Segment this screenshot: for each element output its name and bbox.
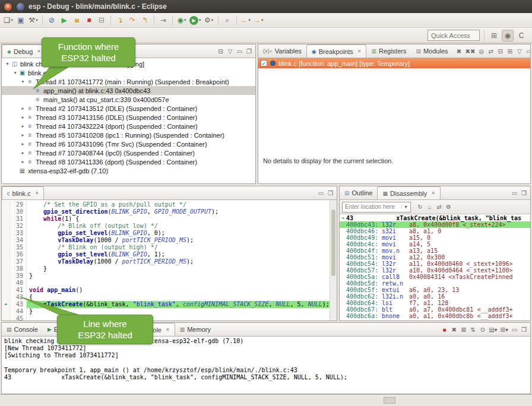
build-button[interactable]: ⚒▾ bbox=[27, 14, 39, 26]
code-line[interactable]: 45 bbox=[2, 315, 330, 321]
new-wizard-button[interactable]: ❏▾ bbox=[2, 14, 14, 26]
disassembly-row[interactable]: 400dbc49:movia15, 0 bbox=[340, 234, 530, 241]
chevron-down-icon[interactable]: ▼ bbox=[401, 205, 408, 209]
annotation-ruler[interactable] bbox=[2, 280, 10, 287]
annotation-ruler[interactable] bbox=[2, 215, 10, 223]
tree-twistie-icon[interactable]: ▸ bbox=[20, 150, 26, 156]
step-into-button[interactable]: ↴ bbox=[114, 14, 126, 26]
open-console-icon[interactable]: ⊞▾ bbox=[501, 326, 508, 333]
instruction-stepping-button[interactable]: ⇥ bbox=[157, 14, 169, 26]
refresh-icon[interactable]: ↻ bbox=[417, 204, 423, 210]
code-line[interactable]: 36 gpio_set_level(BLINK_GPIO, 1); bbox=[2, 251, 330, 258]
maximize-icon[interactable]: ❐ bbox=[521, 190, 527, 196]
code-line[interactable]: 42{ bbox=[2, 294, 330, 301]
disassembly-row[interactable]: 400dbc5d:retw.n bbox=[340, 280, 530, 287]
annotation-ruler[interactable] bbox=[2, 237, 10, 244]
terminate-icon[interactable]: ■ bbox=[441, 326, 448, 333]
cpp-perspective-button[interactable]: C bbox=[515, 30, 527, 42]
tab-breakpoints[interactable]: ◉Breakpoints✕ bbox=[306, 45, 367, 58]
code-line[interactable]: 37 vTaskDelay(1000 / portTICK_PERIOD_MS)… bbox=[2, 258, 330, 265]
annotation-ruler[interactable] bbox=[2, 315, 10, 321]
minimize-icon[interactable]: ▭ bbox=[525, 48, 531, 55]
tree-twistie-icon[interactable]: ▾ bbox=[12, 70, 18, 75]
quick-access-input[interactable] bbox=[428, 30, 480, 41]
code-line[interactable]: 40 bbox=[2, 280, 330, 287]
minimize-icon[interactable]: ▭ bbox=[511, 326, 518, 333]
disassembly-row[interactable]: 400dbc62:l32i.na0, a0, 16 bbox=[340, 293, 530, 300]
disassembly-row[interactable]: 400dbc4f:mov.na13, a15 bbox=[340, 248, 530, 254]
tree-twistie-icon[interactable]: ▾ bbox=[4, 61, 11, 66]
save-button[interactable]: ▣ bbox=[15, 14, 27, 26]
debug-tree-item[interactable]: ▸≡Thread #8 1073411336 (dport) (Suspende… bbox=[2, 157, 255, 166]
code-line[interactable]: 41void app_main() bbox=[2, 287, 330, 294]
code-line[interactable]: 33 gpio_set_level(BLINK_GPIO, 0); bbox=[2, 230, 330, 237]
code-line[interactable]: 34 vTaskDelay(1000 / portTICK_PERIOD_MS)… bbox=[2, 237, 330, 244]
tree-twistie-icon[interactable]: ▸ bbox=[20, 132, 26, 138]
tab-disassembly[interactable]: ▦Disassembly✕ bbox=[377, 186, 441, 199]
maximize-icon[interactable]: ❐ bbox=[246, 48, 252, 55]
disconnect-button[interactable]: ⊟ bbox=[96, 14, 107, 26]
link-with-debug-icon[interactable]: ⇄ bbox=[487, 48, 494, 55]
maximize-icon[interactable]: ❐ bbox=[521, 326, 527, 333]
code-line[interactable]: 31 while(1) { bbox=[2, 215, 330, 223]
debug-button[interactable]: ◉▾ bbox=[176, 14, 188, 26]
settings-icon[interactable]: ⚙ bbox=[445, 204, 452, 210]
skip-all-breakpoints-button[interactable]: ⊘ bbox=[46, 14, 58, 26]
tree-twistie-icon[interactable]: ▸ bbox=[20, 106, 26, 111]
annotation-ruler[interactable] bbox=[2, 251, 10, 258]
display-selected-console-icon[interactable]: ▤▾ bbox=[489, 326, 497, 333]
code-area[interactable]: 29 /* Set the GPIO as a push/pull output… bbox=[2, 200, 330, 321]
code-line[interactable]: 39} bbox=[2, 272, 330, 280]
show-breakpoints-for-selection-icon[interactable]: ◎ bbox=[478, 48, 484, 55]
tab-outline[interactable]: ▤Outline bbox=[340, 186, 377, 199]
tab-debug[interactable]: ◈Debug✕ bbox=[2, 45, 46, 58]
code-line[interactable]: 30 gpio_set_direction(BLINK_GPIO, GPIO_M… bbox=[2, 208, 330, 215]
debug-tree-item[interactable]: ▾≡Thread #1 1073411772 (main : Running) … bbox=[2, 77, 255, 86]
location-combo[interactable]: Enter location here ▼ bbox=[342, 202, 411, 212]
disassembly-row[interactable]: 400dbc67:blta0, a7, 0x400dbc81 <__adddf3… bbox=[340, 306, 530, 313]
search-button[interactable]: ⌕ bbox=[221, 14, 233, 26]
tree-twistie-icon[interactable]: ▸ bbox=[20, 123, 26, 129]
code-line[interactable]: 38 } bbox=[2, 265, 330, 272]
debug-tree-item[interactable]: ≡main_task() at cpu_start.c:339 0x400d05… bbox=[2, 95, 255, 104]
tab-memory[interactable]: ▥Memory bbox=[175, 323, 216, 336]
tree-twistie-icon[interactable]: ▾ bbox=[20, 79, 26, 84]
debug-tree-item[interactable]: ≡app_main() at blink.c:43 0x400dbc43 bbox=[2, 86, 255, 95]
step-return-button[interactable]: ↰ bbox=[139, 14, 151, 26]
run-button[interactable]: ▶▾ bbox=[188, 14, 202, 26]
annotation-ruler[interactable] bbox=[2, 272, 10, 280]
pin-console-icon[interactable]: ⊙ bbox=[479, 326, 486, 333]
annotation-ruler[interactable] bbox=[2, 208, 10, 215]
horizontal-scrollbar[interactable] bbox=[384, 397, 395, 404]
back-button[interactable]: ←▾ bbox=[240, 14, 252, 26]
disassembly-row[interactable]: 400dbc46:s32ia8, a1, 0 bbox=[340, 228, 530, 234]
tree-twistie-icon[interactable]: ▸ bbox=[20, 159, 26, 164]
breakpoint-checkbox[interactable]: ✓ bbox=[261, 60, 267, 66]
annotation-ruler[interactable] bbox=[2, 308, 10, 315]
close-button[interactable]: ✕ bbox=[4, 2, 12, 11]
disassembly-source-row[interactable]: ➜43 xTaskCreate(&blink_task, "blink_tas bbox=[340, 215, 530, 221]
minimize-icon[interactable]: ▭ bbox=[511, 190, 518, 196]
disassembly-row[interactable]: 400dbc5f:extuia6, a0, 23, 13 bbox=[340, 287, 530, 293]
disassembly-row[interactable]: 400dbc54:l32ra11, 0x400d0460 <_stext+109… bbox=[340, 261, 530, 267]
tab-modules[interactable]: ▤Modules bbox=[411, 45, 452, 58]
close-icon[interactable]: ✕ bbox=[166, 327, 170, 332]
disassembly-row[interactable]: 400dbc6a:bnonea0, a1, 0x400dbc8b <__addd… bbox=[340, 313, 530, 319]
debug-perspective-button[interactable]: ◉ bbox=[502, 30, 514, 42]
tab-variables[interactable]: (x)=Variables bbox=[258, 45, 306, 58]
close-icon[interactable]: ✕ bbox=[37, 49, 41, 54]
debug-tree-item[interactable]: ▦xtensa-esp32-elf-gdb (7.10) bbox=[2, 166, 255, 175]
disassembly-row[interactable]: 400dbc43:l32ra8, 0x400d00f8 <_stext+224> bbox=[340, 221, 530, 228]
code-line[interactable]: 29 /* Set the GPIO as a push/pull output… bbox=[2, 201, 330, 208]
minimize-icon[interactable]: ▭ bbox=[318, 190, 324, 196]
instruction-pointer-icon[interactable]: ➜ bbox=[2, 301, 10, 308]
breakpoint-row[interactable]: ✓blink.c [function: app_main] [type: Tem… bbox=[258, 58, 530, 68]
open-perspective-button[interactable]: ⊞ bbox=[488, 30, 500, 42]
annotation-ruler[interactable] bbox=[2, 230, 10, 237]
link-with-active-debug-icon[interactable]: ⇄ bbox=[436, 204, 442, 210]
code-line[interactable]: 44} bbox=[2, 308, 330, 315]
annotation-ruler[interactable] bbox=[2, 265, 10, 272]
annotation-ruler[interactable] bbox=[2, 294, 10, 301]
external-tools-button[interactable]: ⚙▾ bbox=[203, 14, 215, 26]
tab-console[interactable]: ▤Console bbox=[2, 323, 43, 336]
